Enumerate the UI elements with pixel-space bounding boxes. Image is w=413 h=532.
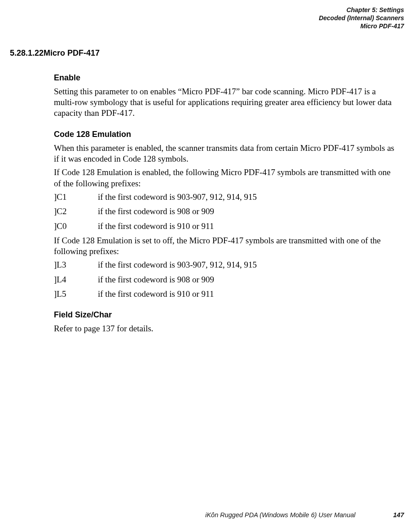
page-number: 147 (393, 511, 404, 519)
prefix-desc: if the first codeword is 903-907, 912, 9… (98, 192, 257, 202)
prefix-code: ]L4 (54, 274, 98, 285)
prefix-desc: if the first codeword is 910 or 911 (98, 221, 214, 232)
prefix-row: ]L4 if the first codeword is 908 or 909 (54, 274, 397, 285)
prefix-desc: if the first codeword is 908 or 909 (98, 274, 214, 285)
code128-paragraph-2: If Code 128 Emulation is enabled, the fo… (54, 167, 397, 189)
prefix-row: ]C2 if the first codeword is 908 or 909 (54, 206, 397, 217)
footer-title: iKôn Rugged PDA (Windows Mobile 6) User … (205, 511, 356, 519)
code128-paragraph-3: If Code 128 Emulation is set to off, the… (54, 235, 397, 257)
prefix-code: ]L5 (54, 289, 98, 299)
section-heading: 5.28.1.22Micro PDF-417 (10, 48, 404, 58)
fieldsize-paragraph: Refer to page 137 for details. (54, 323, 397, 334)
code128-paragraph-1: When this parameter is enabled, the scan… (54, 143, 397, 165)
prefix-code: ]C2 (54, 206, 98, 217)
enable-paragraph: Setting this parameter to on enables “Mi… (54, 86, 397, 119)
code128-heading: Code 128 Emulation (54, 130, 397, 139)
enable-heading: Enable (54, 73, 397, 83)
prefix-row: ]C1 if the first codeword is 903-907, 91… (54, 192, 397, 202)
section-number: 5.28.1.22 (10, 48, 44, 57)
prefix-row: ]L5 if the first codeword is 910 or 911 (54, 289, 397, 299)
prefix-desc: if the first codeword is 908 or 909 (98, 206, 214, 217)
prefix-row: ]L3 if the first codeword is 903-907, 91… (54, 259, 397, 270)
fieldsize-heading: Field Size/Char (54, 310, 397, 320)
prefix-code: ]C1 (54, 192, 98, 202)
page-footer: iKôn Rugged PDA (Windows Mobile 6) User … (10, 511, 404, 519)
body-content: Enable Setting this parameter to on enab… (10, 73, 404, 334)
header-section: Decoded (Internal) Scanners (10, 14, 404, 22)
prefix-desc: if the first codeword is 903-907, 912, 9… (98, 259, 257, 270)
header-chapter: Chapter 5: Settings (10, 6, 404, 14)
page: Chapter 5: Settings Decoded (Internal) S… (0, 0, 413, 532)
header-topic: Micro PDF-417 (10, 22, 404, 31)
prefix-code: ]L3 (54, 259, 98, 270)
prefix-desc: if the first codeword is 910 or 911 (98, 289, 214, 299)
section-title: Micro PDF-417 (44, 48, 100, 57)
prefix-code: ]C0 (54, 221, 98, 232)
running-header: Chapter 5: Settings Decoded (Internal) S… (10, 6, 404, 31)
prefix-row: ]C0 if the first codeword is 910 or 911 (54, 221, 397, 232)
